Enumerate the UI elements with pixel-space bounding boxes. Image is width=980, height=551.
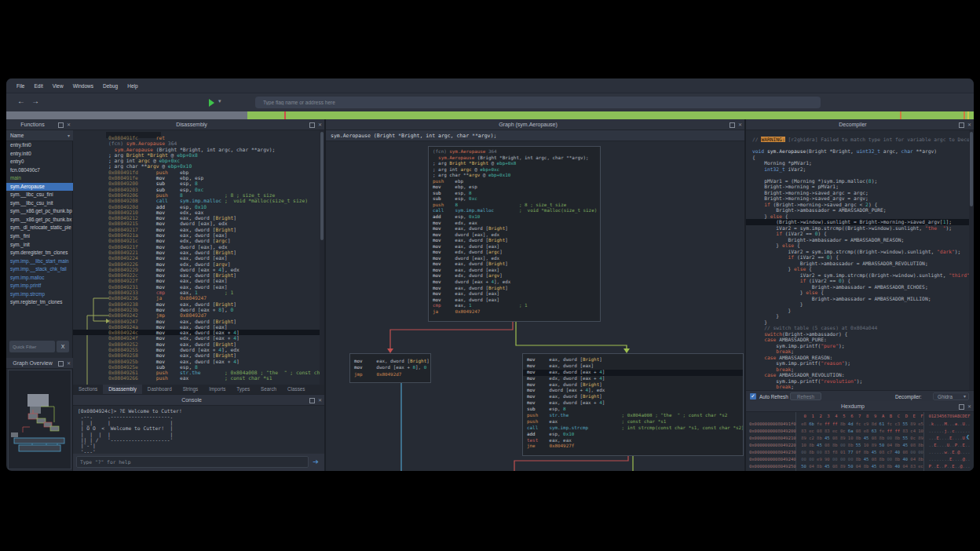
code-line[interactable]: mov edx, dword [argc] xyxy=(433,250,597,256)
tab-dashboard[interactable]: Dashboard xyxy=(142,385,177,394)
back-arrow-icon[interactable]: ← xyxy=(17,97,25,105)
tab-disassembly[interactable]: Disassembly xyxy=(103,385,142,394)
code-line[interactable]: mov eax, dword [eax] xyxy=(433,297,597,304)
code-line[interactable]: break; xyxy=(752,348,969,355)
code-line[interactable]: } xyxy=(752,308,969,314)
code-line[interactable]: 0x08049233 cmp eax, 1 ; 1 xyxy=(108,290,320,295)
code-line[interactable]: ja 0x8049247 xyxy=(433,309,597,316)
code-line[interactable]: 0x080491fc ret xyxy=(108,135,320,140)
undock-icon[interactable] xyxy=(58,122,64,128)
menu-file[interactable]: File xyxy=(13,82,28,90)
code-line[interactable]: 0x08049208 call sym.imp.malloc ; void *m… xyxy=(108,198,320,203)
code-line[interactable] xyxy=(752,172,969,178)
menu-windows[interactable]: Windows xyxy=(69,82,97,90)
code-line[interactable]: push eax ; const char *s1 xyxy=(527,419,740,425)
code-line[interactable]: call sym.imp.malloc ; void *malloc(size_… xyxy=(433,208,597,214)
code-line[interactable]: } xyxy=(752,319,969,326)
function-item[interactable]: sym.register_tm_clones xyxy=(6,298,73,307)
code-line[interactable]: 0x08049224 mov eax, dword [eax] xyxy=(108,255,320,261)
code-line[interactable]: 0x08049210 mov edx, eax xyxy=(108,210,320,215)
close-icon[interactable]: ✕ xyxy=(67,362,71,366)
forward-arrow-icon[interactable]: → xyxy=(31,97,39,105)
disassembly-view[interactable]: 0x080491fc ret(fcn) sym.Aeropause 364 sy… xyxy=(73,130,324,385)
code-line[interactable]: 0x08049217 mov eax, dword [Bright] xyxy=(108,227,320,232)
tab-classes[interactable]: Classes xyxy=(282,385,310,394)
code-line[interactable]: switch(Bright->ambassador) { xyxy=(752,331,969,338)
disassembly-listing[interactable]: 0x080491fc ret(fcn) sym.Aeropause 364 sy… xyxy=(73,135,320,381)
code-line[interactable]: ; arg int argc @ ebp+0xc xyxy=(108,158,320,163)
code-line[interactable]: push str.the ; 0x804a008 ; "the " ; cons… xyxy=(527,413,740,419)
code-line[interactable]: } else { xyxy=(752,290,969,296)
code-line[interactable]: mov dword [eax], edx xyxy=(433,232,597,239)
scrollbar-thumb[interactable] xyxy=(320,132,324,240)
code-line[interactable]: [0x0804924c]> ?E Welcome to Cutter! xyxy=(78,408,182,414)
function-item[interactable]: sym._dl_relocate_static_pie xyxy=(6,224,73,232)
close-icon[interactable]: ✕ xyxy=(967,405,971,409)
code-line[interactable]: | O O < Welcome to Cutter! | xyxy=(78,425,182,431)
code-line[interactable]: 0x08049212 mov eax, dword [Bright] xyxy=(108,215,320,221)
decompiler-view[interactable]: // WARNING: [r2ghidra] Failed to match t… xyxy=(746,130,974,390)
code-line[interactable]: mov eax, dword [eax] xyxy=(527,363,740,370)
code-line[interactable]: void sym.Aeropause(Bright *Bright, uint3… xyxy=(752,148,969,155)
code-line[interactable]: iVar2 = sym.imp.strcmp((Bright->window).… xyxy=(752,225,969,232)
functions-sort-header[interactable]: Name ▾ xyxy=(6,130,73,141)
code-line[interactable]: case AMBASSADOR_PURE: xyxy=(752,337,969,343)
code-line[interactable]: if (iVar2 == 0) { xyxy=(752,278,969,284)
quick-filter-clear-button[interactable]: X xyxy=(57,341,69,352)
function-item[interactable]: entry.init0 xyxy=(6,150,73,159)
code-line[interactable]: cmp eax, 1 ; 1 xyxy=(433,303,597,309)
code-line[interactable]: sym.imp.printf("reason"); xyxy=(752,360,969,367)
code-line[interactable]: | _| | | xyxy=(78,420,182,425)
code-line[interactable]: Bright->morning->saved_argc = argc; xyxy=(752,190,969,196)
code-line[interactable]: 0x0804925b mov eax, dword [eax + 4] xyxy=(108,359,320,364)
code-line[interactable]: // WARNING: [r2ghidra] Failed to match t… xyxy=(752,137,969,143)
auto-refresh-checkbox[interactable]: ✓ xyxy=(750,393,756,400)
code-line[interactable]: || | / '--------------------' xyxy=(78,437,182,443)
decompiler-scrollbar[interactable] xyxy=(969,130,974,390)
code-line[interactable]: push ebp xyxy=(433,179,597,185)
code-line[interactable]: mov edx, dword [eax + 4] xyxy=(527,376,740,382)
code-line[interactable]: mov eax, dword [Bright] xyxy=(354,358,427,364)
graph-canvas[interactable]: (fcn) sym.Aeropause 364 sym.Aeropause (B… xyxy=(326,141,744,471)
hex-row[interactable]: 0x0000000008049220 10 8b 45 08 8b 00 8b … xyxy=(749,442,971,449)
code-line[interactable]: .--. .--------------------. xyxy=(78,414,182,419)
tab-sections[interactable]: Sections xyxy=(73,385,103,394)
code-line[interactable]: Bright->ambassador = AMBASSADOR_MILLION; xyxy=(752,296,969,302)
code-line[interactable]: } xyxy=(752,313,969,319)
function-item[interactable]: fcn.080490c7 xyxy=(6,166,73,175)
code-line[interactable]: 0x0804924f mov edx, dword [eax + 4] xyxy=(108,335,320,341)
code-line[interactable]: if (iVar2 == 0) { xyxy=(752,254,969,261)
code-line[interactable]: call sym.imp.strcmp ; int strcmp(const c… xyxy=(527,425,740,432)
code-line[interactable]: Bright->ambassador = AMBASSADOR_REASON; xyxy=(752,237,969,243)
address-search-input[interactable] xyxy=(255,97,821,108)
code-line[interactable]: 0x08049242 jmp 0x80492d7 xyxy=(108,312,320,318)
code-line[interactable]: Bright->morning->saved_argv = argv; xyxy=(752,195,969,202)
function-item[interactable]: sym.imp.strcmp xyxy=(6,290,73,299)
code-line[interactable]: } else { xyxy=(752,243,969,249)
code-line[interactable] xyxy=(752,143,969,149)
code-line[interactable]: case AMBASSADOR_REASON: xyxy=(752,355,969,361)
code-line[interactable]: 0x08049236 ja 0x8049247 xyxy=(108,295,320,301)
code-line[interactable]: mov dword [eax + 4], edx xyxy=(527,388,740,394)
code-line[interactable]: jne 0x804927f xyxy=(527,443,740,450)
code-line[interactable]: mov dword [eax + 8], 0 xyxy=(354,364,427,370)
code-line[interactable]: 0x08049258 mov eax, dword [Bright] xyxy=(108,352,320,358)
code-line[interactable]: sub esp, 0xc xyxy=(433,196,597,203)
code-line[interactable]: sub esp, 8 xyxy=(433,191,597,197)
code-line[interactable]: mov eax, dword [Bright] xyxy=(433,226,597,232)
undock-icon[interactable] xyxy=(959,404,964,410)
code-line[interactable]: 0x0804921a mov eax, dword [eax] xyxy=(108,232,320,238)
close-icon[interactable]: ✕ xyxy=(967,123,971,127)
code-line[interactable]: 0x0804924a mov eax, dword [eax] xyxy=(108,324,320,330)
code-line[interactable]: | | | | | xyxy=(78,432,182,437)
code-line[interactable]: mov eax, dword [eax + 4] xyxy=(527,400,740,407)
code-line[interactable]: 0x08049252 mov eax, dword [Bright] xyxy=(108,341,320,347)
function-item[interactable]: sym.imp.__stack_chk_fail xyxy=(6,265,73,274)
disassembly-scrollbar[interactable] xyxy=(320,130,324,385)
code-line[interactable]: 0x0804925e sub esp, 8 xyxy=(108,364,320,370)
code-line[interactable]: mov eax, dword [Bright] xyxy=(527,357,740,363)
graph-node-true-branch[interactable]: mov eax, dword [Bright]mov eax, dword [e… xyxy=(522,353,744,456)
code-line[interactable]: mov eax, dword [Bright] xyxy=(527,382,740,389)
code-line[interactable]: mov ebp, esp xyxy=(433,184,597,191)
code-line[interactable]: ; arg Bright *Bright @ ebp+0x8 xyxy=(433,161,597,167)
